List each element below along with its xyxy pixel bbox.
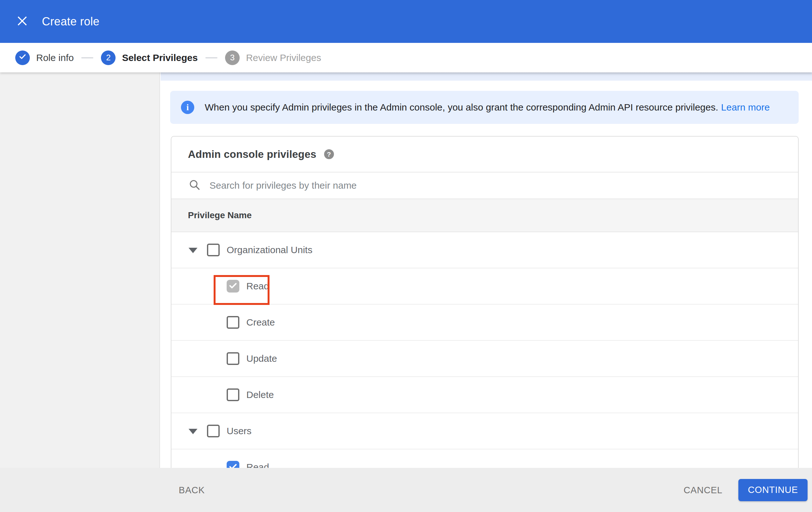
privilege-row-organizational-units: Organizational Units xyxy=(171,232,798,268)
privilege-row-create: Create xyxy=(171,304,798,341)
learn-more-link[interactable]: Learn more xyxy=(721,102,770,113)
info-banner-text: When you specify Admin privileges in the… xyxy=(205,102,718,113)
dialog-body: i When you specify Admin privileges in t… xyxy=(0,73,812,468)
step-review-privileges[interactable]: 3 Review Privileges xyxy=(225,51,321,65)
admin-privileges-card: Admin console privileges ? Privilege Nam… xyxy=(171,136,799,468)
step-role-info[interactable]: Role info xyxy=(15,51,74,65)
step-number: 2 xyxy=(106,53,111,62)
page-title: Create role xyxy=(42,0,99,43)
table-header-label: Privilege Name xyxy=(188,210,252,220)
card-title: Admin console privileges xyxy=(188,148,317,160)
close-button[interactable] xyxy=(14,0,30,43)
privilege-label: Create xyxy=(246,317,275,328)
checkbox-read-checked-disabled[interactable] xyxy=(227,280,239,293)
checkbox-organizational-units[interactable] xyxy=(207,244,220,256)
app-bar: Create role xyxy=(0,0,812,43)
collapse-triangle-icon[interactable] xyxy=(188,429,198,434)
privilege-label: Update xyxy=(246,353,277,364)
checkbox-users[interactable] xyxy=(207,425,220,437)
help-icon[interactable]: ? xyxy=(324,149,334,159)
step-connector xyxy=(81,57,93,58)
check-icon xyxy=(19,52,27,63)
checkbox-users-read-checked[interactable] xyxy=(227,461,239,468)
privilege-row-users: Users xyxy=(171,413,798,450)
step-connector xyxy=(205,57,218,58)
check-icon xyxy=(228,280,238,292)
create-role-dialog: Create role Role info 2 Select Privilege… xyxy=(0,0,812,512)
privilege-row-users-read: Read xyxy=(171,450,798,468)
step-label: Role info xyxy=(36,52,74,63)
checkbox-create[interactable] xyxy=(227,316,239,329)
scrolled-element-edge xyxy=(161,73,812,81)
checkbox-delete[interactable] xyxy=(227,388,239,401)
step-select-privileges[interactable]: 2 Select Privileges xyxy=(101,51,198,65)
continue-button[interactable]: CONTINUE xyxy=(738,479,808,501)
back-button[interactable]: BACK xyxy=(179,485,205,495)
step-number-circle: 3 xyxy=(225,51,240,65)
checkbox-update[interactable] xyxy=(227,352,239,365)
privilege-row-update: Update xyxy=(171,341,798,377)
step-number-circle: 2 xyxy=(101,51,116,65)
privilege-label: Delete xyxy=(246,389,274,400)
left-sidebar xyxy=(0,73,160,468)
info-icon: i xyxy=(181,101,194,114)
search-input[interactable] xyxy=(209,180,686,191)
privilege-label: Read xyxy=(246,281,269,292)
privilege-row-read: Read xyxy=(171,268,798,304)
privilege-label: Users xyxy=(227,426,252,436)
card-title-row: Admin console privileges ? xyxy=(171,137,798,172)
cancel-button[interactable]: CANCEL xyxy=(684,485,723,495)
footer-bar: BACK CANCEL CONTINUE xyxy=(0,468,812,512)
search-row xyxy=(171,172,798,198)
step-number: 3 xyxy=(230,53,235,62)
privilege-label: Organizational Units xyxy=(227,245,312,255)
content-pane: i When you specify Admin privileges in t… xyxy=(161,73,812,468)
info-banner: i When you specify Admin privileges in t… xyxy=(170,91,799,124)
collapse-triangle-icon[interactable] xyxy=(188,248,198,253)
step-label: Select Privileges xyxy=(122,52,198,63)
step-label: Review Privileges xyxy=(246,52,321,63)
privilege-label: Read xyxy=(246,462,269,468)
close-icon xyxy=(17,16,28,28)
table-header: Privilege Name xyxy=(171,198,798,232)
search-icon xyxy=(188,179,201,192)
check-icon xyxy=(228,461,238,468)
privilege-row-delete: Delete xyxy=(171,377,798,413)
step-completed-circle xyxy=(15,51,30,65)
stepper: Role info 2 Select Privileges 3 Review P… xyxy=(0,43,812,73)
